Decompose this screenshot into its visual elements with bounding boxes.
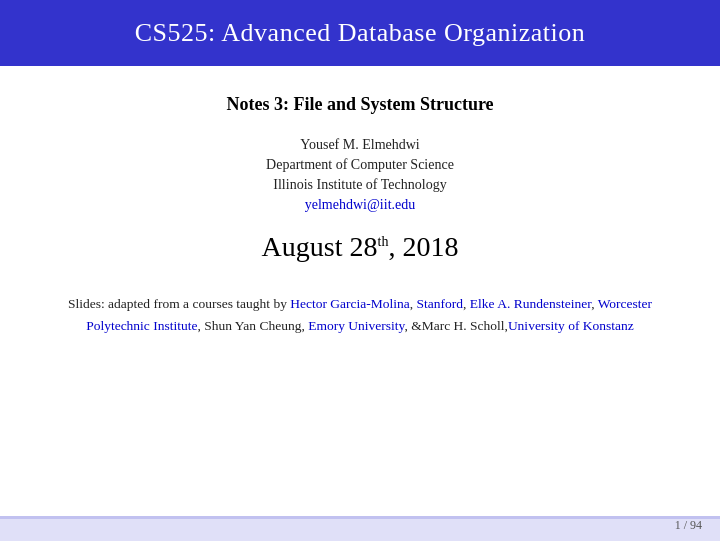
slide-content: Notes 3: File and System Structure Youse… (0, 66, 720, 541)
credits-link-rundensteiner[interactable]: Elke A. Rundensteiner (470, 296, 591, 311)
credits-comma6: , & (404, 318, 421, 333)
slide-title: CS525: Advanced Database Organization (30, 18, 690, 48)
credits-prefix: Slides: adapted from a courses taught by (68, 296, 290, 311)
institution: Illinois Institute of Technology (273, 177, 446, 193)
author-name: Yousef M. Elmehdwi (300, 137, 420, 153)
credits: Slides: adapted from a courses taught by… (50, 293, 670, 336)
date: August 28th, 2018 (262, 231, 459, 263)
email-link[interactable]: yelmehdwi@iit.edu (305, 197, 415, 213)
date-text: August 28 (262, 231, 378, 262)
subtitle: Notes 3: File and System Structure (226, 94, 493, 115)
slide: CS525: Advanced Database Organization No… (0, 0, 720, 541)
department: Department of Computer Science (266, 157, 454, 173)
credits-link-emory[interactable]: Emory University (308, 318, 404, 333)
credits-link-garcia-molina[interactable]: Hector Garcia-Molina (290, 296, 410, 311)
date-year: , 2018 (388, 231, 458, 262)
credits-comma1: , (410, 296, 417, 311)
credits-plain-cheung: Shun Yan Cheung (204, 318, 301, 333)
credits-plain-scholl: Marc H. Scholl (422, 318, 505, 333)
title-bar: CS525: Advanced Database Organization (0, 0, 720, 66)
credits-link-konstanz[interactable]: University of Konstanz (508, 318, 634, 333)
credits-link-stanford[interactable]: Stanford (417, 296, 464, 311)
date-super: th (378, 234, 389, 249)
page-number: 1 / 94 (675, 518, 702, 533)
bottom-bar (0, 519, 720, 541)
credits-comma2: , (463, 296, 470, 311)
